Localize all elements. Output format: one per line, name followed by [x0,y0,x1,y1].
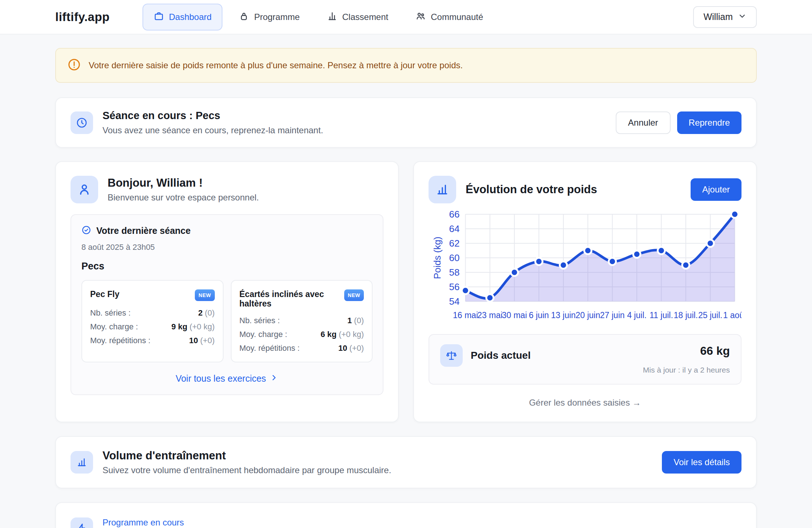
svg-text:1 août: 1 août [723,310,741,320]
last-session-name: Pecs [81,261,373,272]
alert-circle-icon [68,58,81,73]
bar-chart-icon [71,451,93,474]
stat-label: Moy. charge : [240,330,288,339]
tab-classement[interactable]: Classement [316,4,399,31]
tab-label: Classement [342,12,389,22]
volume-texts: Volume d'entraînement Suivez votre volum… [102,449,391,475]
see-all-exercises-link[interactable]: Voir tous les exercices [81,373,373,384]
exercise-name: Écartés inclinés avec haltères [240,289,341,309]
stat-row: Moy. répétitions : 10(+0) [90,336,215,345]
svg-text:30 mai: 30 mai [502,310,527,320]
briefcase-icon [153,11,164,24]
chart-icon [429,176,456,203]
training-volume-card: Volume d'entraînement Suivez votre volum… [55,436,757,488]
stat-value: 10(+0) [338,344,364,353]
current-weight-value: 66 kg [643,344,730,358]
weight-alert-banner: Votre dernière saisie de poids remonte à… [55,48,757,83]
svg-text:18 juil.: 18 juil. [674,310,698,320]
people-icon [415,11,426,24]
stat-row: Moy. charge : 6 kg(+0 kg) [240,330,364,339]
greeting-texts: Bonjour, William ! Bienvenue sur votre e… [108,176,259,203]
greeting-card: Bonjour, William ! Bienvenue sur votre e… [55,161,399,422]
stat-label: Nb. séries : [90,308,130,318]
tab-label: Communauté [431,12,483,22]
session-texts: Séance en cours : Pecs Vous avez une séa… [102,110,323,135]
cancel-session-button[interactable]: Annuler [616,111,671,134]
stat-value: 1(0) [347,316,364,325]
main-content: Votre dernière saisie de poids remonte à… [55,48,757,528]
program-label: Programme en cours [102,517,184,528]
svg-text:66: 66 [449,209,460,220]
svg-text:6 juin: 6 juin [529,310,549,320]
bar-chart-icon [327,11,338,24]
add-weight-button[interactable]: Ajouter [691,178,741,201]
svg-text:64: 64 [449,223,460,234]
kettlebell-icon [238,11,249,24]
stat-row: Moy. charge : 9 kg(+0 kg) [90,322,215,332]
exercise-card: Écartés inclinés avec haltères NEW Nb. s… [231,280,373,362]
session-title: Séance en cours : Pecs [102,110,323,122]
tab-dashboard[interactable]: Dashboard [142,4,222,31]
program-texts: Programme en cours SPLIT Actif [102,517,184,528]
svg-text:60: 60 [449,252,460,263]
resume-session-button[interactable]: Reprendre [677,111,741,134]
exercise-name: Pec Fly [90,289,120,299]
svg-text:13 juin: 13 juin [551,310,576,320]
tab-label: Dashboard [169,12,212,22]
session-actions: Annuler Reprendre [616,111,741,134]
svg-text:4 juil.: 4 juil. [627,310,647,320]
top-bar: liftify.app Dashboard Programme Classeme… [0,0,812,34]
weight-line-chart: 5456586062646616 mai23 mai30 mai6 juin13… [429,208,741,328]
volume-title: Volume d'entraînement [102,449,391,462]
main-nav: Dashboard Programme Classement Communaut… [142,4,694,31]
chevron-right-icon [270,373,278,384]
stat-label: Moy. répétitions : [90,336,150,345]
last-session-date: 8 août 2025 à 23h05 [81,243,373,252]
volume-subtitle: Suivez votre volume d'entraînement hebdo… [102,465,391,475]
session-in-progress-card: Séance en cours : Pecs Vous avez une séa… [55,97,757,148]
stat-value: 10(+0) [189,336,214,345]
current-weight-label: Poids actuel [471,350,531,361]
person-icon [71,176,98,203]
svg-text:54: 54 [449,296,460,307]
current-program-card: Programme en cours SPLIT Actif [55,502,757,528]
svg-text:20 juin: 20 juin [575,310,600,320]
exercise-card: Pec Fly NEW Nb. séries : 2(0) Moy. charg… [81,280,224,362]
stat-value: 9 kg(+0 kg) [171,322,214,332]
session-subtitle: Vous avez une séance en cours, reprenez-… [102,125,323,135]
svg-text:62: 62 [449,238,460,249]
new-badge: NEW [195,289,214,301]
stat-row: Moy. répétitions : 10(+0) [240,344,364,353]
lightning-icon [71,517,93,528]
greeting-title: Bonjour, William ! [108,176,259,190]
user-menu-button[interactable]: William [693,6,757,28]
new-badge: NEW [344,289,364,301]
svg-text:56: 56 [449,281,460,292]
svg-text:23 mai: 23 mai [477,310,502,320]
check-circle-icon [81,225,91,236]
chevron-down-icon [738,12,747,23]
greeting-subtitle: Bienvenue sur votre espace personnel. [108,192,259,203]
svg-text:25 juil.: 25 juil. [698,310,722,320]
scale-icon [440,344,463,367]
clock-icon [71,111,93,134]
svg-text:11 juil.: 11 juil. [650,310,673,320]
stat-row: Nb. séries : 1(0) [240,316,364,325]
app-logo: liftify.app [55,10,110,24]
view-details-button[interactable]: Voir les détails [662,451,741,474]
current-weight-panel: Poids actuel 66 kg Mis à jour : il y a 2… [429,334,741,385]
last-session-label: Votre dernière séance [96,226,190,236]
tab-communaute[interactable]: Communauté [404,4,494,31]
exercise-list: Pec Fly NEW Nb. séries : 2(0) Moy. charg… [81,280,373,362]
see-all-label: Voir tous les exercices [176,373,266,384]
stat-value: 6 kg(+0 kg) [321,330,364,339]
dashboard-columns: Bonjour, William ! Bienvenue sur votre e… [55,161,757,422]
stat-label: Nb. séries : [240,316,280,325]
svg-text:Poids (kg): Poids (kg) [432,236,443,279]
weight-chart: 5456586062646616 mai23 mai30 mai6 juin13… [429,208,741,328]
manage-data-link[interactable]: Gérer les données saisies → [429,398,741,408]
tab-label: Programme [254,12,300,22]
svg-text:27 juin: 27 juin [600,310,625,320]
weight-card-title: Évolution de votre poids [466,183,597,196]
tab-programme[interactable]: Programme [228,4,310,31]
